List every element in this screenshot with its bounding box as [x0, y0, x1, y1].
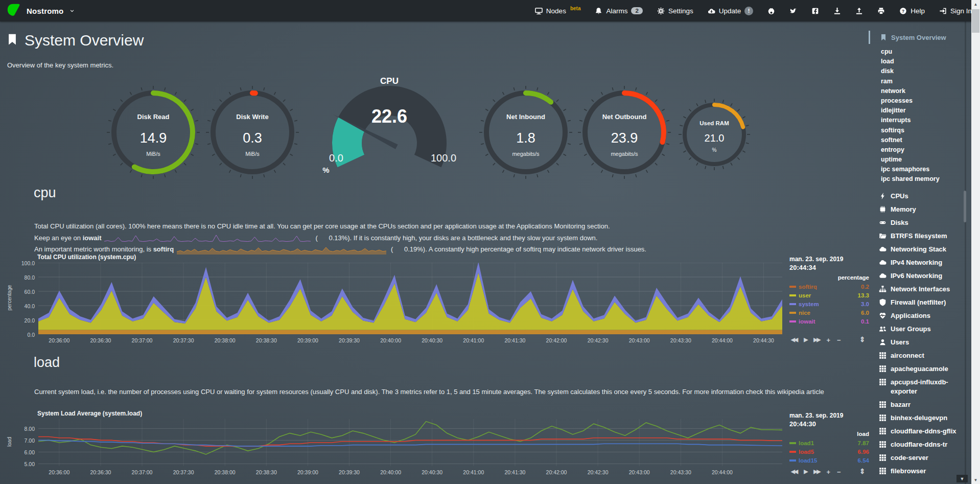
- cpu-play-button[interactable]: ▶: [804, 336, 807, 344]
- sidebar-item-cpu[interactable]: cpu: [881, 47, 971, 57]
- bookmark-icon: [6, 32, 18, 49]
- cpu-zoom-in-button[interactable]: +: [826, 336, 830, 344]
- legend-item-nice[interactable]: nice6.0: [789, 309, 869, 317]
- sidebar-item-btrfs-filesystem[interactable]: BTRFS filesystem: [879, 229, 967, 243]
- sidebar-item-idlejitter[interactable]: idlejitter: [881, 106, 971, 116]
- sidebar-item-apcupsd-influxdb-exporter[interactable]: apcupsd-influxdb-exporter: [879, 376, 967, 398]
- sidebar-item-softnet[interactable]: softnet: [881, 135, 971, 145]
- legend-item-user[interactable]: user13.3: [789, 291, 869, 299]
- legend-value: 6.0: [861, 310, 869, 316]
- sidebar-scrollbar-track[interactable]: [965, 21, 966, 484]
- active-accent-bar: [869, 31, 870, 44]
- load-backward-button[interactable]: ◀◀: [791, 468, 797, 476]
- page-scrollbar-thumb[interactable]: [972, 9, 979, 33]
- hostname[interactable]: Nostromo: [27, 7, 63, 15]
- cpu-zoom-out-button[interactable]: −: [837, 336, 841, 344]
- load-zoom-in-button[interactable]: +: [826, 468, 830, 476]
- sidebar-item-processes[interactable]: processes: [881, 96, 971, 106]
- load-resize-handle[interactable]: ⇕: [859, 467, 866, 475]
- nav-update[interactable]: Update!: [708, 7, 754, 15]
- cpu-resize-handle[interactable]: ⇕: [859, 335, 866, 343]
- sidebar-item-entropy[interactable]: entropy: [881, 145, 971, 155]
- scroll-up-arrow-icon[interactable]: ▲: [971, 0, 980, 8]
- sidebar-item-firewall-netfilter-[interactable]: Firewall (netfilter): [879, 296, 967, 309]
- sidebar-item-network-interfaces[interactable]: Network Interfaces: [879, 283, 967, 296]
- sidebar-item-users[interactable]: Users: [879, 336, 967, 349]
- nav-print-button[interactable]: [877, 7, 885, 15]
- net-inbound-gauge[interactable]: Net Inbound1.8megabits/s: [477, 84, 574, 181]
- used-ram-gauge[interactable]: Used RAM21.0%: [676, 96, 753, 173]
- sidebar-item-interrupts[interactable]: interrupts: [881, 116, 971, 125]
- nav-github-button[interactable]: [767, 7, 775, 15]
- legend-swatch: [789, 286, 796, 288]
- netdata-logo-icon[interactable]: [6, 3, 20, 19]
- cpu-backward-button[interactable]: ◀◀: [791, 336, 797, 344]
- sidebar-item-system-overview[interactable]: System Overview: [869, 30, 971, 45]
- sidebar-item-filebrowser[interactable]: filebrowser: [879, 465, 967, 478]
- load-chart-plot[interactable]: [38, 419, 782, 466]
- load-play-button[interactable]: ▶: [804, 468, 807, 476]
- cpu-forward-button[interactable]: ▶▶: [813, 336, 820, 344]
- nav-upload-button[interactable]: [855, 7, 863, 15]
- sidebar-item-ipv6-networking[interactable]: IPv6 Networking: [879, 269, 967, 283]
- chevron-down-icon[interactable]: [69, 6, 75, 15]
- nav-facebook-button[interactable]: [811, 7, 819, 15]
- legend-item-load1[interactable]: load17.87: [789, 439, 869, 447]
- nav-twitter-button[interactable]: [789, 7, 797, 15]
- disk-write-gauge[interactable]: Disk Write0.3MiB/s: [204, 84, 301, 181]
- legend-item-load5[interactable]: load56.96: [789, 447, 869, 456]
- sidebar-scrollbar-thumb[interactable]: [964, 191, 966, 222]
- sidebar-item-code-server[interactable]: code-server: [879, 451, 967, 465]
- cpu-gauge[interactable]: CPU22.60.0100.0%: [313, 76, 466, 178]
- nav-download-button[interactable]: [833, 7, 841, 15]
- sidebar-item-softirqs[interactable]: softirqs: [881, 126, 971, 135]
- cpu-chart-plot[interactable]: [38, 263, 782, 334]
- sidebar-item-applications[interactable]: Applications: [879, 309, 967, 322]
- sidebar-scroll-down-icon[interactable]: ▼: [956, 475, 968, 482]
- legend-item-load15[interactable]: load156.54: [789, 456, 869, 465]
- nav-signin[interactable]: Sign In: [939, 7, 972, 15]
- page-scrollbar[interactable]: ▲ ▼: [971, 0, 980, 484]
- sidebar-item-apacheguacamole[interactable]: apacheguacamole: [879, 362, 967, 376]
- cpu-ytick: 100.0: [12, 260, 35, 266]
- disk-read-gauge[interactable]: Disk Read14.9MiB/s: [105, 84, 202, 181]
- twitter-icon: [789, 7, 797, 15]
- sidebar-item-airconnect[interactable]: airconnect: [879, 349, 967, 362]
- load-xtick: 20:38:00: [215, 469, 236, 475]
- net-outbound-gauge[interactable]: Net Outbound23.9megabits/s: [576, 84, 673, 181]
- scroll-down-arrow-icon[interactable]: ▼: [971, 476, 980, 484]
- sidebar-item-disks[interactable]: Disks: [879, 216, 967, 229]
- sidebar-item-network[interactable]: network: [881, 86, 971, 96]
- sidebar-item-load[interactable]: load: [881, 57, 971, 66]
- nav-help[interactable]: ?Help: [899, 7, 925, 15]
- sidebar-item-ipc-shared-memory[interactable]: ipc shared memory: [881, 174, 971, 184]
- load-zoom-out-button[interactable]: −: [837, 468, 841, 476]
- nav-settings[interactable]: Settings: [657, 7, 693, 15]
- load-forward-button[interactable]: ▶▶: [813, 468, 820, 476]
- sidebar-item-ram[interactable]: ram: [881, 77, 971, 86]
- svg-text:CPU: CPU: [380, 76, 399, 86]
- shield-icon: [879, 298, 886, 306]
- sidebar-item-bazarr[interactable]: bazarr: [879, 398, 967, 411]
- sidebar-item-cloudflare-ddns-tr[interactable]: cloudflare-ddns-tr: [879, 438, 967, 451]
- sidebar-item-memory[interactable]: Memory: [879, 203, 967, 216]
- legend-item-iowait[interactable]: iowait0.1: [789, 317, 869, 326]
- sidebar-item-disk[interactable]: disk: [881, 66, 971, 76]
- svg-text:?: ?: [902, 8, 904, 13]
- sidebar-item-ipc-semaphores[interactable]: ipc semaphores: [881, 165, 971, 174]
- nav-alarms[interactable]: Alarms2: [595, 7, 642, 15]
- cpu-xtick: 20:40:00: [380, 337, 401, 343]
- brand[interactable]: Nostromo: [0, 3, 75, 19]
- sidebar-item-binhex-delugevpn[interactable]: binhex-delugevpn: [879, 411, 967, 425]
- legend-item-softirq[interactable]: softirq0.2: [789, 282, 869, 291]
- cpu-ytick: 20.0: [12, 317, 35, 324]
- sidebar-item-user-groups[interactable]: User Groups: [879, 322, 967, 336]
- nav-nodes[interactable]: Nodesbeta: [535, 7, 581, 15]
- sidebar-item-cloudflare-ddns-gflix[interactable]: cloudflare-ddns-gflix: [879, 425, 967, 438]
- sidebar-item-uptime[interactable]: uptime: [881, 155, 971, 165]
- sidebar-item-cpus[interactable]: CPUs: [879, 190, 967, 203]
- sidebar-item-networking-stack[interactable]: Networking Stack: [879, 243, 967, 256]
- load-xtick: 20:39:30: [339, 469, 360, 475]
- sidebar-item-ipv4-networking[interactable]: IPv4 Networking: [879, 256, 967, 269]
- legend-item-system[interactable]: system3.0: [789, 299, 869, 308]
